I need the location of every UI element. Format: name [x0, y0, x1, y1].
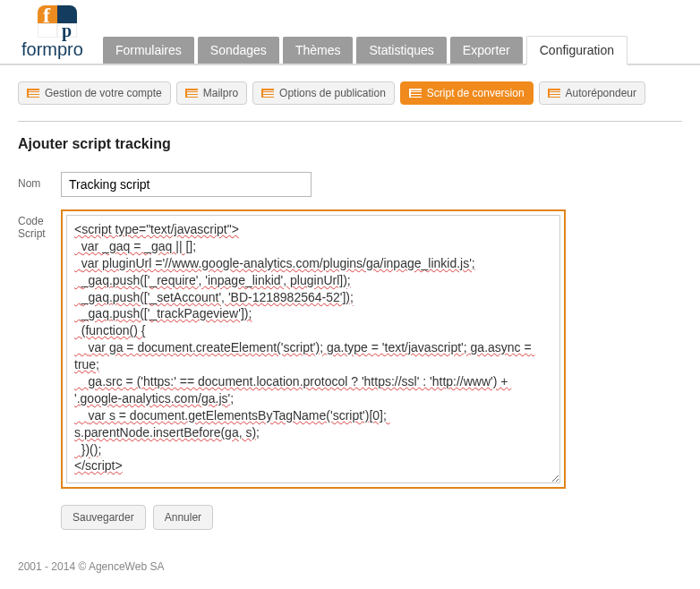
main-tab-formulaires[interactable]: Formulaires	[103, 37, 194, 64]
brand-logo: fp formpro	[21, 5, 83, 64]
cancel-button[interactable]: Annuler	[153, 505, 213, 530]
main-tab-statistiques[interactable]: Statistiques	[356, 37, 446, 64]
brand-name: formpro	[21, 39, 83, 60]
content-area: Gestion de votre compteMailproOptions de…	[0, 65, 700, 539]
save-button[interactable]: Sauvegarder	[61, 505, 146, 530]
subnav-script-de-conversion[interactable]: Script de conversion	[400, 81, 534, 105]
name-label: Nom	[18, 172, 61, 190]
subnav-label: Autorépondeur	[566, 87, 636, 99]
subnav-label: Gestion de votre compte	[45, 87, 162, 99]
name-input[interactable]	[61, 172, 312, 197]
footer-text: 2001 - 2014 © AgenceWeb SA	[0, 539, 700, 589]
subnav-label: Mailpro	[203, 87, 238, 99]
code-textarea[interactable]: <script type="text/javascript"> var _gaq…	[66, 215, 560, 483]
subnav-label: Options de publication	[279, 87, 386, 99]
action-row: Sauvegarder Annuler	[61, 505, 682, 530]
list-icon	[261, 89, 274, 98]
name-row: Nom	[18, 172, 682, 197]
list-icon	[27, 89, 39, 98]
list-icon	[548, 89, 560, 98]
sub-nav: Gestion de votre compteMailproOptions de…	[18, 81, 682, 122]
main-tab-thèmes[interactable]: Thèmes	[283, 37, 354, 64]
main-tab-exporter[interactable]: Exporter	[450, 37, 523, 64]
subnav-label: Script de conversion	[427, 87, 525, 99]
app-header: fp formpro FormulairesSondagesThèmesStat…	[0, 0, 700, 65]
subnav-autorépondeur[interactable]: Autorépondeur	[539, 81, 645, 105]
subnav-options-de-publication[interactable]: Options de publication	[252, 81, 395, 105]
page-title: Ajouter script tracking	[18, 136, 682, 152]
main-nav: FormulairesSondagesThèmesStatistiquesExp…	[103, 36, 627, 64]
subnav-mailpro[interactable]: Mailpro	[176, 81, 247, 105]
code-row: Code Script <script type="text/javascrip…	[18, 209, 682, 489]
subnav-gestion-de-votre-compte[interactable]: Gestion de votre compte	[18, 81, 171, 105]
logo-icon: fp	[38, 5, 77, 38]
main-tab-configuration[interactable]: Configuration	[526, 36, 627, 65]
list-icon	[409, 89, 422, 98]
list-icon	[185, 89, 198, 98]
main-tab-sondages[interactable]: Sondages	[198, 37, 279, 64]
code-frame: <script type="text/javascript"> var _gaq…	[61, 209, 566, 489]
code-label: Code Script	[18, 209, 61, 240]
